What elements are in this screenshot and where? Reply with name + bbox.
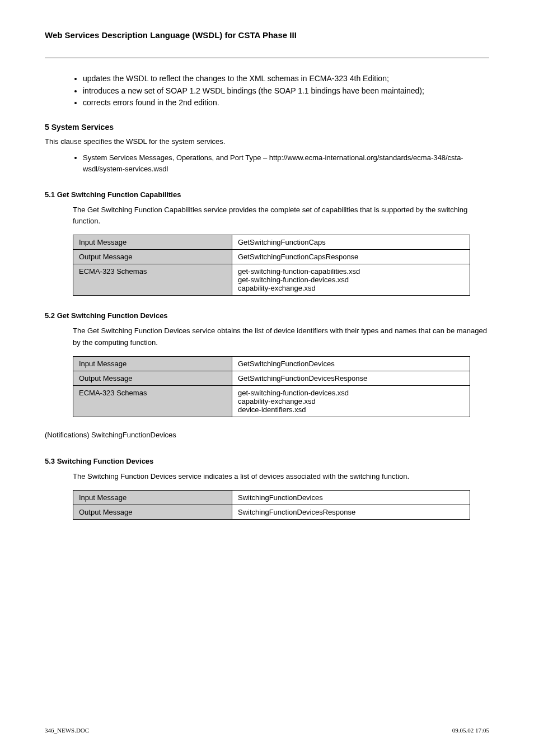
table-row: Input MessageGetSwitchingFunctionCaps: [73, 235, 470, 250]
cell-val: GetSwitchingFunctionDevices: [232, 356, 470, 371]
cell-val: get-switching-function-capabilities.xsd …: [232, 264, 470, 296]
table-5-2: Input MessageGetSwitchingFunctionDevices…: [73, 356, 470, 417]
system-services-bullet: System Services Messages, Operations, an…: [83, 152, 489, 175]
cell-key: ECMA-323 Schemas: [73, 385, 232, 417]
cell-key: ECMA-323 Schemas: [73, 264, 232, 296]
cell-key: Input Message: [73, 490, 232, 505]
cell-val: GetSwitchingFunctionDevicesResponse: [232, 371, 470, 385]
cell-val: get-switching-function-devices.xsd capab…: [232, 385, 470, 417]
table-row: Output MessageGetSwitchingFunctionDevice…: [73, 371, 470, 385]
list-item: updates the WSDL to reflect the changes …: [83, 73, 489, 85]
notifications-line: (Notifications) SwitchingFunctionDevices: [45, 430, 489, 441]
section-5-3-heading: 5.3 Switching Function Devices: [45, 457, 489, 465]
table-row: ECMA-323 Schemasget-switching-function-c…: [73, 264, 470, 296]
table-row: Input MessageGetSwitchingFunctionDevices: [73, 356, 470, 371]
section-5-1-heading: 5.1 Get Switching Function Capabilities: [45, 190, 489, 199]
page-title: Web Services Description Language (WSDL)…: [45, 30, 489, 40]
list-item: corrects errors found in the 2nd edition…: [83, 97, 489, 109]
table-5-3: Input MessageSwitchingFunctionDevices Ou…: [73, 490, 470, 520]
cell-key: Output Message: [73, 505, 232, 519]
intro-bullet-list: updates the WSDL to reflect the changes …: [83, 73, 489, 109]
page-container: Web Services Description Language (WSDL)…: [0, 0, 534, 756]
footer-right: 09.05.02 17:05: [452, 727, 489, 734]
section-5-body: This clause specifies the WSDL for the s…: [45, 136, 489, 148]
cell-key: Input Message: [73, 235, 232, 250]
table-row: Input MessageSwitchingFunctionDevices: [73, 490, 470, 505]
table-row: Output MessageGetSwitchingFunctionCapsRe…: [73, 250, 470, 264]
table-row: Output MessageSwitchingFunctionDevicesRe…: [73, 505, 470, 519]
cell-val: GetSwitchingFunctionCaps: [232, 235, 470, 250]
section-5-heading: 5 System Services: [45, 123, 489, 132]
horizontal-rule: [45, 58, 489, 58]
cell-key: Input Message: [73, 356, 232, 371]
table-5-1: Input MessageGetSwitchingFunctionCaps Ou…: [73, 235, 470, 296]
cell-val: GetSwitchingFunctionCapsResponse: [232, 250, 470, 264]
cell-key: Output Message: [73, 250, 232, 264]
section-5-3-desc: The Switching Function Devices service i…: [73, 471, 489, 482]
cell-val: SwitchingFunctionDevices: [232, 490, 470, 505]
section-5-2-desc: The Get Switching Function Devices servi…: [73, 325, 489, 348]
table-row: ECMA-323 Schemasget-switching-function-d…: [73, 385, 470, 417]
section-5-2-heading: 5.2 Get Switching Function Devices: [45, 311, 489, 320]
cell-key: Output Message: [73, 371, 232, 385]
list-item: System Services Messages, Operations, an…: [83, 152, 489, 175]
list-item: introduces a new set of SOAP 1.2 WSDL bi…: [83, 85, 489, 97]
footer-left: 346_NEWS.DOC: [45, 727, 89, 734]
section-5-1-desc: The Get Switching Function Capabilities …: [73, 204, 489, 227]
cell-val: SwitchingFunctionDevicesResponse: [232, 505, 470, 519]
